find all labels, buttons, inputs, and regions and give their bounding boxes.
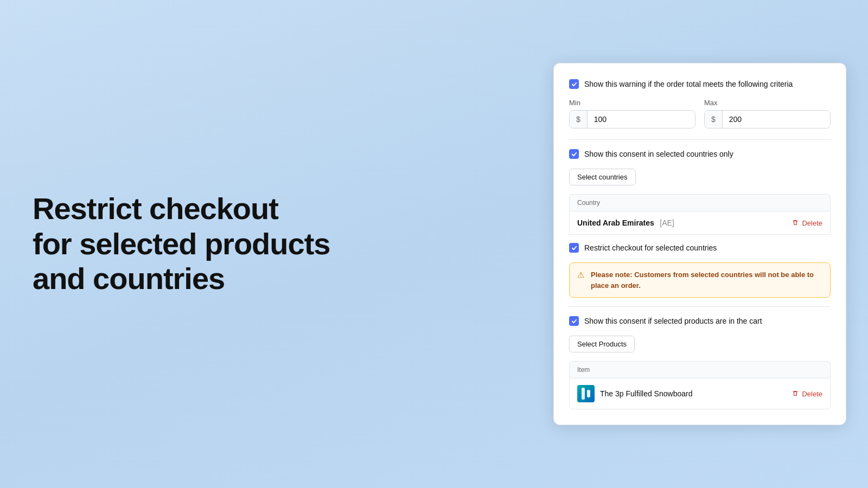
warning-criteria-label: Show this warning if the order total mee… [584,79,793,90]
product-thumbnail [577,385,595,402]
product-table-row: The 3p Fulfilled Snowboard Delete [569,378,831,409]
selected-countries-label: Show this consent in selected countries … [584,149,733,160]
country-code: [AE] [660,219,674,227]
country-table-header: Country [569,194,831,211]
selected-countries-checkbox[interactable] [569,149,579,159]
selected-products-checkbox[interactable] [569,316,579,326]
settings-card: Show this warning if the order total mee… [553,63,846,425]
restrict-checkout-label: Restrict checkout for selected countries [584,242,717,254]
max-prefix: $ [705,111,723,128]
min-input-wrapper: $ [569,110,695,129]
warning-criteria-row: Show this warning if the order total mee… [569,79,831,90]
divider-2 [569,306,831,307]
country-table: Country United Arab Emirates [AE] Delete [569,194,831,235]
min-label: Min [569,99,695,107]
restrict-checkout-checkbox[interactable] [569,243,579,253]
min-prefix: $ [570,111,588,128]
product-table-header: Item [569,361,831,378]
selected-products-row: Show this consent if selected products a… [569,316,831,327]
selected-products-label: Show this consent if selected products a… [584,316,762,327]
product-delete-button[interactable]: Delete [792,390,822,398]
warning-text: Please note: Customers from selected cou… [591,269,822,291]
thumb-bar-2 [587,390,590,397]
product-delete-label: Delete [802,390,822,398]
selected-countries-row: Show this consent in selected countries … [569,149,831,160]
max-input-wrapper: $ [704,110,831,129]
country-table-row: United Arab Emirates [AE] Delete [569,211,831,235]
right-panel: Show this warning if the order total mee… [532,30,868,458]
country-delete-label: Delete [802,219,822,227]
warning-criteria-checkbox[interactable] [569,79,579,89]
product-trash-icon [792,390,799,397]
product-table: Item The 3p Fulfilled Snowboard Delete [569,361,831,409]
trash-icon [792,219,799,227]
product-name: The 3p Fulfilled Snowboard [600,389,692,398]
min-input[interactable] [588,111,695,128]
min-max-row: Min $ Max $ [569,99,831,129]
max-label: Max [704,99,831,107]
min-field-group: Min $ [569,99,695,129]
select-products-button[interactable]: Select Products [569,336,635,352]
max-input[interactable] [723,111,830,128]
product-info: The 3p Fulfilled Snowboard [577,385,692,402]
restrict-checkout-row: Restrict checkout for selected countries [569,242,831,254]
country-name-cell: United Arab Emirates [AE] [577,218,674,228]
select-countries-button[interactable]: Select countries [569,169,636,185]
country-name: United Arab Emirates [577,219,654,227]
warning-triangle-icon: ⚠ [577,270,586,280]
divider-1 [569,139,831,140]
country-delete-button[interactable]: Delete [792,219,822,227]
thumb-bar-1 [582,388,585,400]
max-field-group: Max $ [704,99,831,129]
hero-title: Restrict checkout for selected products … [33,191,499,296]
hero-section: Restrict checkout for selected products … [0,148,532,339]
warning-box: ⚠ Please note: Customers from selected c… [569,262,831,298]
